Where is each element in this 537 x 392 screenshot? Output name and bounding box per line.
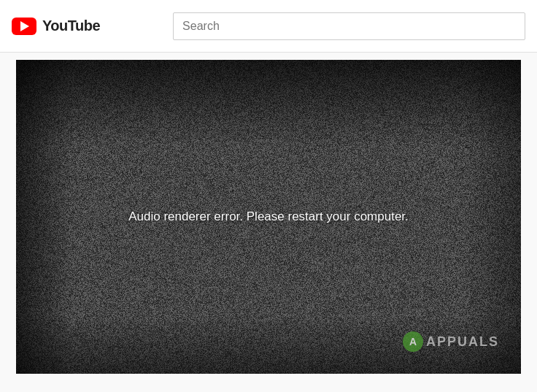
logo-area[interactable]: YouTube: [12, 18, 100, 35]
watermark-icon: A: [403, 331, 423, 352]
gradient-right: [463, 60, 521, 374]
watermark-text: APPUALS: [426, 334, 499, 350]
logo-text: YouTube: [42, 18, 100, 34]
watermark: A APPUALS: [403, 331, 499, 352]
gradient-top: [16, 60, 521, 147]
error-message: Audio renderer error. Please restart you…: [128, 210, 409, 224]
video-player: Audio renderer error. Please restart you…: [16, 60, 521, 374]
header: YouTube: [0, 0, 537, 53]
search-input[interactable]: [173, 12, 525, 40]
youtube-play-icon: [12, 18, 36, 35]
search-area: [173, 12, 525, 40]
gradient-left: [16, 60, 74, 374]
